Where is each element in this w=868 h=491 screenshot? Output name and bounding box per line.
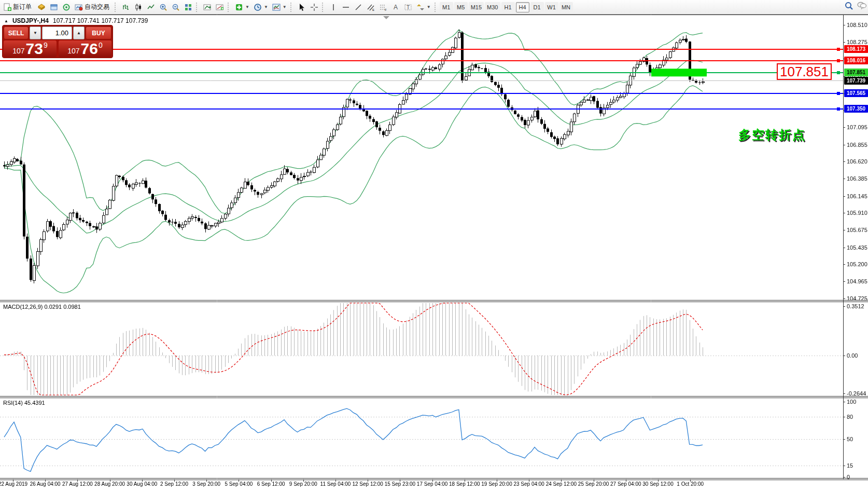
candlestick-chart-icon <box>134 3 143 11</box>
price-tick-label: 106.855 <box>847 142 867 148</box>
time-tick-label: 3 Sep 20:00 <box>192 481 220 487</box>
chevron-down-icon: ▼ <box>264 5 268 9</box>
buy-price-prefix: 107 <box>67 47 79 55</box>
time-tick-label: 5 Sep 04:00 <box>225 481 253 487</box>
timeframe-m1[interactable]: M1 <box>440 2 453 12</box>
objects-window-button[interactable] <box>214 2 226 13</box>
time-tick-label: 23 Sep 04:00 <box>513 481 544 487</box>
trade-panel-prices: 107 73 9 107 76 0 <box>4 40 111 57</box>
timeframe-m15[interactable]: M15 <box>469 2 484 12</box>
buy-button[interactable]: BUY <box>86 26 111 39</box>
bar-chart-button[interactable] <box>120 2 132 13</box>
zoom-out-button[interactable] <box>170 2 182 13</box>
buy-price-sup: 0 <box>99 41 103 49</box>
time-tick-label: 28 Aug 20:00 <box>94 481 125 487</box>
arrows-icon <box>416 3 425 11</box>
time-tick-label: 12 Sep 12:00 <box>352 481 383 487</box>
rsi-tick-label: 50 <box>847 436 853 442</box>
time-tick-label: 9 Sep 20:00 <box>289 481 317 487</box>
timeframe-m5[interactable]: M5 <box>454 2 468 12</box>
price-tick-label: 104.965 <box>847 278 867 284</box>
buy-price[interactable]: 107 76 0 <box>59 40 111 57</box>
market-watch-button[interactable] <box>35 2 48 13</box>
new-order-button[interactable]: 新订单 <box>1 2 35 13</box>
timeframe-w1[interactable]: W1 <box>545 2 558 12</box>
price-level-badge: 107.739 <box>844 77 868 85</box>
sell-button[interactable]: SELL <box>4 26 29 39</box>
equidistant-channel-icon: E <box>367 3 375 11</box>
price-level-badge: 108.173 <box>844 45 868 53</box>
text-button[interactable]: A <box>389 2 402 13</box>
fibonacci-button[interactable]: F <box>377 2 389 13</box>
toolbar-grip <box>115 3 118 12</box>
horizontal-line-button[interactable] <box>340 2 352 13</box>
chevron-down-icon: ▼ <box>283 5 287 9</box>
bar-chart-icon <box>122 3 130 11</box>
rsi-tick-label: 0 <box>847 474 850 480</box>
text-label-button[interactable]: T <box>402 2 414 13</box>
price-level-callout[interactable]: 107.851 <box>777 63 832 80</box>
toolbar: 新订单 自动交易 <box>0 0 868 15</box>
time-tick-label: 18 Sep 12:00 <box>449 481 480 487</box>
add-indicator-icon <box>235 3 243 11</box>
timeframe-h4[interactable]: H4 <box>516 2 529 12</box>
volume-input[interactable] <box>42 26 72 39</box>
signal-button[interactable] <box>60 2 73 13</box>
macd-tick-label: 0.3512 <box>847 303 864 309</box>
data-window-icon <box>50 3 58 11</box>
templates-dropdown[interactable]: ▼ <box>270 2 289 13</box>
text-label-icon: T <box>404 3 412 11</box>
timeframe-group: M1M5M15M30H1H4D1W1MN <box>440 2 573 12</box>
autotrading-button[interactable]: 自动交易 <box>73 2 113 13</box>
price-tick-label: 105.910 <box>847 210 867 216</box>
autotrading-icon <box>75 3 83 11</box>
chat-icon[interactable] <box>857 1 865 9</box>
volume-increase-button[interactable]: ▲ <box>73 26 85 39</box>
indicators-window-button[interactable] <box>201 2 214 13</box>
chart-window: ▲ USDJPY-,H4 107.717 107.741 107.717 107… <box>0 15 868 491</box>
equidistant-channel-button[interactable]: E <box>365 2 377 13</box>
chevron-down-icon: ▼ <box>427 5 431 9</box>
price-tick-label: 105.200 <box>847 261 867 267</box>
timeframe-mn[interactable]: MN <box>559 2 573 12</box>
price-tick-label: 107.095 <box>847 124 867 130</box>
tile-windows-button[interactable] <box>182 2 194 13</box>
trendline-icon <box>354 3 362 11</box>
line-chart-icon <box>147 3 155 11</box>
crosshair-button[interactable] <box>308 2 320 13</box>
zoom-in-icon <box>159 3 167 11</box>
add-indicator-dropdown[interactable]: ▼ <box>233 2 251 13</box>
timeframe-d1[interactable]: D1 <box>530 2 544 12</box>
vertical-line-button[interactable] <box>327 2 340 13</box>
volume-decrease-button[interactable]: ▼ <box>30 26 41 39</box>
search-icon[interactable] <box>844 1 852 9</box>
periods-dropdown[interactable]: ▼ <box>251 2 270 13</box>
chevron-down-icon: ▼ <box>245 5 249 9</box>
time-tick-label: 26 Aug 04:00 <box>30 481 61 487</box>
cursor-button[interactable] <box>296 2 308 13</box>
candlestick-chart-button[interactable] <box>132 2 145 13</box>
data-window-button[interactable] <box>48 2 60 13</box>
time-tick-label: 22 Aug 2019 <box>0 481 27 487</box>
price-tick-label: 106.385 <box>847 175 867 182</box>
one-click-trading-panel: SELL ▼ ▲ BUY 107 73 9 107 76 0 <box>2 25 113 58</box>
line-chart-button[interactable] <box>145 2 157 13</box>
sell-price-prefix: 107 <box>12 47 24 55</box>
sell-price[interactable]: 107 73 9 <box>4 40 57 57</box>
timeframe-m30[interactable]: M30 <box>485 2 500 12</box>
chart-canvas[interactable] <box>0 15 868 491</box>
horizontal-line-icon <box>342 3 350 11</box>
macd-tick-label: 0.00 <box>847 352 858 359</box>
time-tick-label: 1 Oct 20:00 <box>677 481 704 487</box>
chart-annotation-text[interactable]: 多空转折点 <box>738 127 806 143</box>
time-tick-label: 11 Sep 04:00 <box>320 481 351 487</box>
trendline-button[interactable] <box>352 2 365 13</box>
arrows-dropdown[interactable]: ▼ <box>414 2 433 13</box>
sell-price-sup: 9 <box>44 41 48 49</box>
svg-text:E: E <box>372 8 374 11</box>
zoom-in-button[interactable] <box>157 2 170 13</box>
timeframe-h1[interactable]: H1 <box>501 2 515 12</box>
one-click-collapse-arrow[interactable]: ▲ <box>4 19 8 23</box>
trade-panel-controls: SELL ▼ ▲ BUY <box>4 26 111 39</box>
new-order-icon <box>3 3 11 11</box>
